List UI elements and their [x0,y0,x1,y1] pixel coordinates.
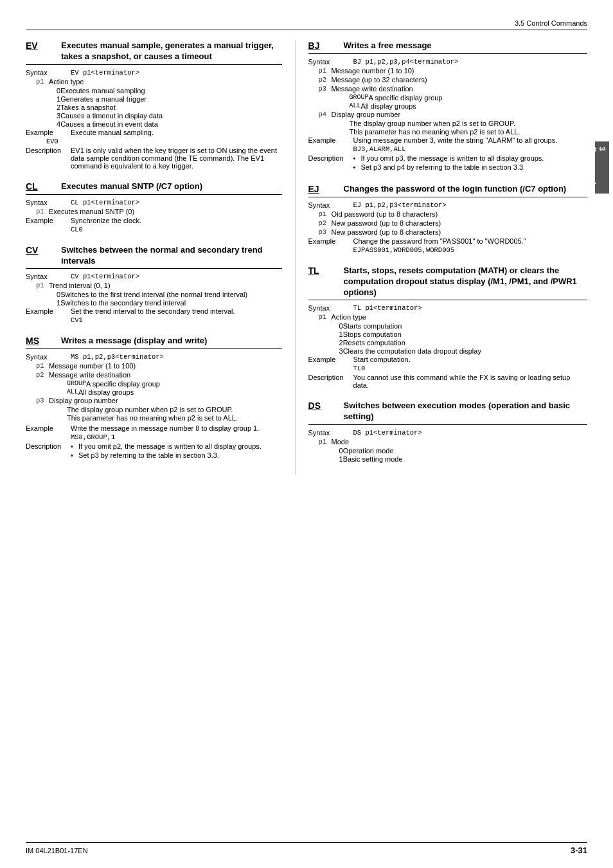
section-TL: TL Starts, stops, resets computation (MA… [308,266,587,390]
EJ-syntax-line: EJ p1,p2,p3<terminator> [353,201,587,209]
BJ-syntax-label: Syntax [308,58,353,66]
TL-example-code: TL0 [353,365,587,372]
MS-example-code: MS8,GROUP,1 [71,433,282,441]
section-BJ: BJ Writes a free message Syntax BJ p1,p2… [308,41,587,172]
section-BJ-title: Writes a free message [344,41,432,51]
header-title: 3.5 Control Commands [515,19,587,27]
EV-desc-text: EV1 is only valid when the key trigger i… [71,147,282,170]
CV-syntax-label: Syntax [26,273,71,280]
TL-syntax-row: Syntax TL p1<terminator> [308,304,587,312]
BJ-p4-detail2: This parameter has no meaning when p2 is… [308,128,587,136]
EV-val3: 3 Causes a timeout in display data [26,112,282,120]
MS-p2-all: ALL All display groups [26,388,282,396]
section-EJ-code: EJ [308,184,344,194]
BJ-example-code-row: BJ3,ALARM,ALL [308,145,587,153]
section-MS: MS Writes a message (display and write) … [26,336,282,460]
MS-syntax-row: Syntax MS p1,p2,p3<terminator> [26,353,282,361]
CV-example-row: Example Set the trend interval to the se… [26,307,282,315]
right-column: BJ Writes a free message Syntax BJ p1,p2… [296,41,587,475]
BJ-p3-row: p3 Message write destination [308,85,587,93]
BJ-syntax-row: Syntax BJ p1,p2,p3,p4<terminator> [308,58,587,66]
EV-val2: 2 Takes a snapshot [26,104,282,111]
BJ-bullet-1: • If you omit p3, the message is written… [353,154,587,162]
EV-val0: 0 Executes manual sampling [26,87,282,95]
EJ-example-text: Change the password from "PASS001" to "W… [353,237,587,245]
EV-p1-row: p1 Action type [26,78,282,86]
BJ-desc-label: Description [308,154,353,172]
DS-syntax-row: Syntax DS p1<terminator> [308,429,587,437]
CV-example-text: Set the trend interval to the secondary … [71,307,282,315]
BJ-p4-detail1: The display group number when p2 is set … [308,120,587,127]
CL-p1-row: p1 Executes manual SNTP (0) [26,208,282,215]
CL-syntax-row: Syntax CL p1<terminator> [26,199,282,206]
section-EJ-header: EJ Changes the password of the login fun… [308,184,587,197]
TL-val2: 2 Resets computation [308,339,587,347]
MS-p2-group: GROUP A specific display group [26,380,282,388]
EJ-example-code: EJPASS001,WORD005,WORD005 [353,246,587,254]
BJ-desc-content: • If you omit p3, the message is written… [353,154,587,172]
CV-val0: 0 Switches to the first trend interval (… [26,291,282,298]
EJ-syntax-row: Syntax EJ p1,p2,p3<terminator> [308,201,587,209]
CL-p1-desc: Executes manual SNTP (0) [49,208,282,215]
CL-syntax-line: CL p1<terminator> [71,199,282,206]
CV-val1: 1 Switches to the secondary trend interv… [26,299,282,307]
MS-desc-label: Description [26,442,71,460]
section-CV: CV Switches between the normal and secon… [26,245,282,325]
section-BJ-code: BJ [308,41,344,51]
MS-p2-row: p2 Message write destination [26,371,282,379]
EJ-syntax-label: Syntax [308,201,353,209]
EJ-example-code-row: EJPASS001,WORD005,WORD005 [308,246,587,254]
section-EJ-title: Changes the password of the login functi… [344,184,567,195]
TL-syntax-line: TL p1<terminator> [353,304,587,312]
CL-example-text: Synchronize the clock. [71,217,282,224]
section-CV-code: CV [26,245,61,255]
MS-p3-detail2: This parameter has no meaning when p2 is… [26,414,282,422]
MS-desc-content: • If you omit p2, the message is written… [71,442,282,460]
TL-desc-text: You cannot use this command while the FX… [353,374,587,389]
EV-syntax-label: Syntax [26,69,71,77]
EV-example-text: Execute manual sampling. [71,129,282,136]
TL-val3: 3 Clears the computation data dropout di… [308,347,587,355]
EV-syntax-line: EV p1<terminator> [71,69,282,77]
section-EV: EV Executes manual sample, generates a m… [26,41,282,170]
TL-val0: 0 Starts computation [308,322,587,330]
CV-syntax-row: Syntax CV p1<terminator> [26,273,282,280]
MS-syntax-label: Syntax [26,353,71,361]
section-TL-code: TL [308,266,344,276]
TL-example-text: Start computation. [353,356,587,363]
BJ-p2-row: p2 Message (up to 32 characters) [308,76,587,84]
EJ-example-row: Example Change the password from "PASS00… [308,237,587,245]
section-TL-header: TL Starts, stops, resets computation (MA… [308,266,587,301]
EV-val4: 4 Causes a timeout in event data [26,120,282,128]
page-footer: IM 04L21B01-17EN 3-31 [26,842,587,855]
CV-example-code: CV1 [71,316,282,324]
EV-val1: 1 Generates a manual trigger [26,95,282,103]
EV-syntax-row: Syntax EV p1<terminator> [26,69,282,77]
CL-syntax-label: Syntax [26,199,71,206]
DS-val1: 1 Basic setting mode [308,455,587,463]
MS-example-text: Write the message in message number 8 to… [71,424,282,432]
MS-p1-row: p1 Message number (1 to 100) [26,362,282,370]
section-CL-code: CL [26,181,61,192]
TL-desc-label: Description [308,374,353,389]
section-MS-header: MS Writes a message (display and write) [26,336,282,349]
TL-syntax-label: Syntax [308,304,353,312]
section-TL-title: Starts, stops, resets computation (MATH)… [344,266,587,298]
EJ-p1-row: p1 Old password (up to 8 characters) [308,210,587,218]
EV-example-code: EV0 [36,138,282,145]
CL-example-code: CL0 [71,226,282,233]
DS-syntax-label: Syntax [308,429,353,437]
EV-example-row: Example Execute manual sampling. [26,129,282,136]
EJ-p3-row: p3 New password (up to 8 characters) [308,228,587,236]
CV-syntax-line: CV p1<terminator> [71,273,282,280]
section-DS-title: Switches between execution modes (operat… [344,401,587,422]
footer-page-number: 3-31 [571,845,587,855]
section-CL: CL Executes manual SNTP (/C7 option) Syn… [26,181,282,233]
section-EV-header: EV Executes manual sample, generates a m… [26,41,282,65]
CL-example-code-row: CL0 [26,226,282,233]
section-MS-title: Writes a message (display and write) [61,336,207,347]
TL-example-code-row: TL0 [308,365,587,372]
BJ-example-code: BJ3,ALARM,ALL [353,145,587,153]
BJ-bullet-2: • Set p3 and p4 by referring to the tabl… [353,163,587,171]
BJ-desc-row: Description • If you omit p3, the messag… [308,154,587,172]
